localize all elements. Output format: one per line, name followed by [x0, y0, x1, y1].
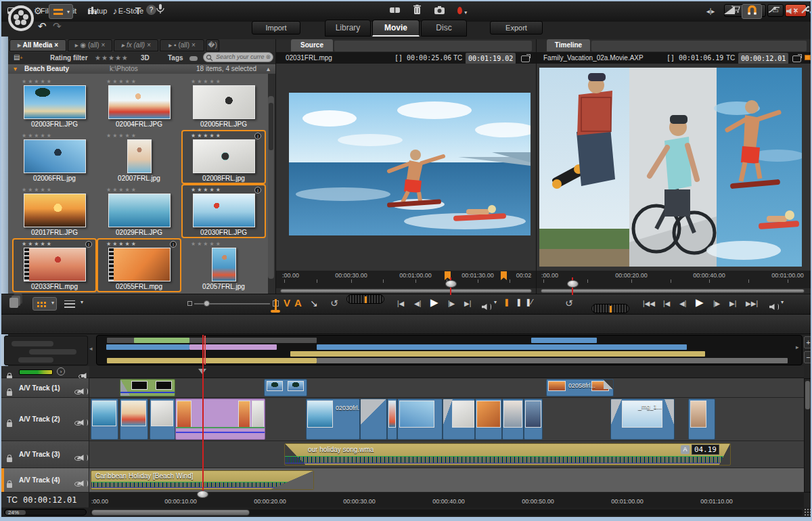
item-stars[interactable]: ★★★★★ — [98, 78, 180, 85]
clear-marks-button[interactable]: ❚⁄ — [525, 298, 533, 307]
dual-view-icon[interactable] — [805, 55, 811, 60]
clip-photo[interactable] — [524, 399, 543, 440]
collapse-up-icon[interactable]: ▴ — [267, 64, 270, 74]
speaker-icon[interactable] — [78, 416, 88, 428]
timeline-scrubber[interactable] — [197, 491, 208, 498]
lock-icon[interactable] — [7, 391, 12, 396]
clip-holiday-song[interactable]: our holiday song.wma A 04.19 — [284, 443, 731, 466]
tc-value[interactable]: 00:00:12.01 — [23, 493, 76, 507]
item-stars[interactable]: ★★★★★ — [183, 132, 265, 139]
scorefitter-icon[interactable] — [85, 4, 100, 19]
timeline-preview-scrollbar[interactable] — [541, 289, 805, 293]
media-item[interactable]: ★★★★★ 02006FRL.jpg — [12, 130, 97, 184]
track-header-2[interactable]: A/V Track (2) — [1, 398, 89, 441]
media-item-selected[interactable]: ★★★★★ i 02008FRL.jpg — [181, 130, 266, 184]
close-icon[interactable]: × — [191, 41, 196, 49]
speaker-icon[interactable] — [78, 477, 88, 489]
chevron-down-icon[interactable]: ▾ — [494, 299, 497, 305]
media-item[interactable]: ★★★★★ 02005FRL.JPG — [181, 76, 266, 130]
play-button[interactable]: ▶ — [430, 293, 438, 312]
media-item[interactable]: ★★★★★ 02007FRL.jpg — [97, 130, 181, 184]
nav-zoom-in-button[interactable]: + — [804, 336, 812, 348]
info-icon[interactable]: i — [254, 187, 261, 194]
lock-icon[interactable] — [7, 422, 12, 427]
lock-icon[interactable] — [7, 457, 12, 462]
timeline-video-frame[interactable] — [539, 68, 802, 267]
tab-import[interactable]: Import — [252, 21, 300, 35]
library-tab-projects[interactable]: ▸ ▪ (all) × — [160, 39, 204, 51]
frame-back-button[interactable]: ◀| — [414, 294, 421, 313]
collapse-icon[interactable]: ▾ — [14, 64, 17, 74]
timeline-preview-ruler[interactable]: :00.00 00:00:20.00 00:00:40.00 00:01:00.… — [537, 271, 812, 288]
track-header-4[interactable]: A/V Track (4) — [1, 468, 89, 493]
clip-photo[interactable] — [120, 399, 148, 440]
transition-slope-icon[interactable] — [721, 4, 738, 19]
media-item[interactable]: ★★★★★ 02057FRL.jpg — [181, 238, 266, 292]
library-tab-photos[interactable]: ▸ ◉ (all) × — [68, 39, 112, 51]
tags-filter[interactable]: Tags — [168, 54, 183, 62]
clip-photo[interactable] — [387, 399, 397, 440]
jog-wheel[interactable] — [591, 304, 629, 313]
go-start-button[interactable]: |◀ — [397, 294, 404, 313]
library-tab-new[interactable]: �) — [206, 39, 219, 51]
source-tab[interactable]: Source — [291, 39, 333, 51]
zoom-slider-handle[interactable] — [204, 300, 210, 307]
track-header-1[interactable]: A/V Track (1) — [1, 378, 89, 398]
loop-icon[interactable]: ↺ — [565, 298, 573, 309]
video-toggle[interactable]: V — [284, 297, 290, 309]
track-3[interactable]: our holiday song.wma A 04.19 — [89, 441, 804, 468]
track-size-button[interactable]: ▾ — [49, 4, 73, 19]
go-end-button[interactable]: ▶| — [729, 294, 736, 313]
next-clip-button[interactable]: ▶▶| — [746, 294, 758, 313]
info-icon[interactable]: i — [85, 241, 92, 248]
clip-photo[interactable] — [688, 399, 715, 440]
chevron-down-icon[interactable]: ▾ — [781, 299, 784, 305]
clip-02030[interactable]: 02030frl... — [306, 399, 360, 440]
tab-library[interactable]: Library — [325, 20, 371, 37]
prev-clip-button[interactable]: |◀◀ — [643, 294, 655, 313]
media-item-selected[interactable]: ★★★★★ i 02033FRL.mpg — [12, 238, 97, 292]
source-ruler[interactable]: :00.00 00:00:30.00 00:01:00.00 00:01:30.… — [276, 271, 536, 288]
track-4[interactable]: Caribbean Holiday [Beach Wind] — [89, 468, 804, 493]
loop-icon[interactable]: ↺ — [330, 298, 338, 309]
speaker-icon[interactable] — [78, 451, 88, 463]
titler-icon[interactable]: T — [131, 4, 145, 19]
transition[interactable] — [360, 399, 387, 440]
marker-flag-icon[interactable]: ▾ — [453, 4, 471, 19]
undock-icon[interactable] — [521, 55, 530, 62]
clip-countdown[interactable] — [120, 379, 175, 397]
razor-split-icon[interactable] — [387, 4, 402, 19]
timeline-hscroll-thumb[interactable] — [91, 509, 250, 516]
item-stars[interactable]: ★★★★★ — [183, 78, 265, 85]
clip-photo[interactable] — [502, 399, 524, 440]
item-stars[interactable]: ★★★★★ — [14, 186, 95, 194]
timeline-preview-scrubber[interactable] — [567, 280, 579, 288]
item-stars[interactable]: ★★★★★ — [98, 132, 180, 139]
tab-movie[interactable]: Movie — [372, 20, 420, 37]
close-icon[interactable]: × — [54, 41, 58, 49]
media-item-selected[interactable]: ★★★★★ i 02055FRL.mpg — [97, 238, 181, 292]
source-scrollbar[interactable] — [280, 289, 532, 293]
media-item-selected[interactable]: ★★★★★ i 02030FRL.JPG — [181, 184, 266, 238]
timeline-playhead[interactable] — [202, 335, 204, 493]
redo-icon[interactable]: ↷ — [53, 20, 62, 32]
tab-disc[interactable]: Disc — [421, 20, 467, 37]
clip-mg1[interactable]: _mg_1... — [610, 399, 675, 440]
tracks-scrollbar[interactable] — [804, 378, 811, 493]
grid-view-button[interactable]: ▾ — [32, 297, 57, 311]
frame-back-button[interactable]: ◀| — [679, 294, 686, 313]
track-2[interactable]: 02030frl... _mg_1... — [89, 398, 804, 441]
master-level-meter[interactable] — [19, 369, 53, 375]
item-stars[interactable]: ★★★★★ — [14, 240, 95, 248]
jog-wheel[interactable] — [346, 294, 384, 304]
volume-keyframe-icon[interactable] — [766, 4, 782, 19]
3d-filter[interactable]: 3D — [141, 54, 150, 62]
go-end-button[interactable]: ▶| — [464, 294, 471, 313]
clip-photo[interactable] — [91, 399, 118, 440]
info-icon[interactable]: i — [170, 241, 177, 248]
audio-toggle[interactable]: A — [294, 297, 302, 309]
audio-mixer-icon[interactable] — [784, 4, 798, 19]
navigator-collapse-icon[interactable]: ◂ — [89, 345, 93, 352]
volume-icon[interactable] — [769, 300, 779, 313]
clip-photo[interactable] — [443, 399, 475, 440]
